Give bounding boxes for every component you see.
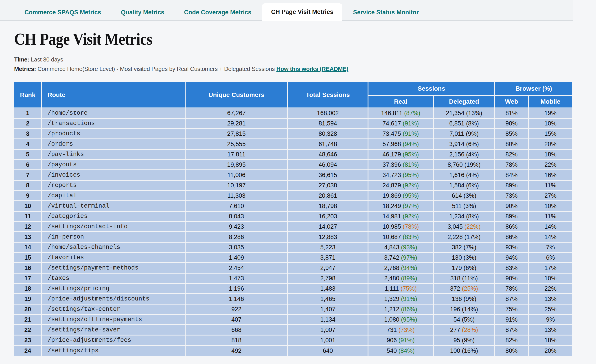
unique-customers-cell: 2,454: [185, 263, 288, 273]
real-pct: (91%): [403, 130, 419, 137]
web-pct-cell: 78%: [495, 283, 528, 294]
rank-cell: 5: [14, 149, 42, 160]
web-pct-cell: 82%: [495, 149, 528, 160]
total-sessions-cell: 5,223: [288, 242, 368, 253]
total-sessions-cell: 1,134: [288, 314, 368, 325]
web-pct-cell: 75%: [495, 304, 528, 314]
total-sessions-cell: 80,328: [288, 129, 368, 139]
delegated-sessions-cell: 1,234 (8%): [433, 211, 495, 222]
web-pct-cell: 80%: [495, 139, 528, 149]
rank-cell: 21: [14, 314, 42, 325]
unique-customers-cell: 27,815: [185, 129, 288, 139]
real-pct: (94%): [401, 265, 417, 271]
tab-code-coverage-metrics[interactable]: Code Coverage Metrics: [175, 4, 260, 21]
real-sessions-cell: 146,811 (87%): [368, 108, 433, 118]
mobile-pct-cell: 14%: [528, 222, 572, 232]
table-row: 11/categories8,04316,20314,981 (92%)1,23…: [14, 211, 572, 222]
real-sessions-cell: 74,617 (91%): [368, 118, 433, 129]
route-cell: /settings/offline-payments: [42, 314, 185, 325]
delegated-pct: (16%): [462, 347, 478, 354]
delegated-pct: (5%): [462, 316, 475, 323]
table-row: 1/home/store67,267168,002146,811 (87%)21…: [14, 108, 572, 118]
mobile-pct-cell: 10%: [528, 273, 572, 283]
colhead-mobile: Mobile: [528, 95, 572, 108]
table-row: 13/in-person8,28612,88310,687 (83%)2,228…: [14, 232, 572, 242]
delegated-sessions-cell: 100 (16%): [433, 345, 495, 356]
page-content: CH Page Visit Metrics Time: Last 30 days…: [0, 31, 596, 356]
web-pct-cell: 89%: [495, 211, 528, 222]
rank-cell: 3: [14, 129, 42, 139]
tab-service-status-monitor[interactable]: Service Status Monitor: [344, 4, 428, 21]
rank-cell: 17: [14, 273, 42, 283]
real-pct: (89%): [401, 275, 417, 282]
web-pct-cell: 83%: [495, 263, 528, 273]
table-row: 18/settings/pricing1,1961,4831,111 (75%)…: [14, 283, 572, 294]
delegated-pct: (6%): [466, 141, 479, 148]
mobile-pct-cell: 19%: [528, 108, 572, 118]
route-cell: /price-adjustments/fees: [42, 335, 185, 345]
real-sessions-cell: 19,869 (95%): [368, 191, 433, 201]
delegated-sessions-cell: 95 (9%): [433, 335, 495, 345]
table-row: 2/transactions29,28181,59474,617 (91%)6,…: [14, 118, 572, 129]
tab-commerce-spaqs-metrics[interactable]: Commerce SPAQS Metrics: [15, 4, 110, 21]
real-sessions-cell: 2,768 (94%): [368, 263, 433, 273]
rank-cell: 24: [14, 345, 42, 356]
delegated-sessions-cell: 8,760 (19%): [433, 160, 495, 170]
total-sessions-cell: 2,798: [288, 273, 368, 283]
mobile-pct-cell: 9%: [528, 314, 572, 325]
delegated-sessions-cell: 196 (14%): [433, 304, 495, 314]
delegated-sessions-cell: 277 (28%): [433, 325, 495, 335]
rank-cell: 10: [14, 201, 42, 211]
rank-cell: 18: [14, 283, 42, 294]
delegated-sessions-cell: 1,584 (6%): [433, 180, 495, 191]
delegated-sessions-cell: 1,616 (4%): [433, 170, 495, 180]
mobile-pct-cell: 7%: [528, 242, 572, 253]
real-pct: (81%): [403, 161, 419, 168]
real-sessions-cell: 1,212 (86%): [368, 304, 433, 314]
web-pct-cell: 86%: [495, 232, 528, 242]
rank-cell: 12: [14, 222, 42, 232]
metrics-label: Metrics:: [14, 66, 36, 72]
unique-customers-cell: 11,006: [185, 170, 288, 180]
metrics-value: Commerce Home(Store Level) - Most visite…: [37, 66, 275, 72]
colhead-delegated: Delegated: [433, 95, 495, 108]
route-cell: /favorites: [42, 253, 185, 263]
route-cell: /settings/pricing: [42, 283, 185, 294]
mobile-pct-cell: 14%: [528, 232, 572, 242]
rank-cell: 13: [14, 232, 42, 242]
real-sessions-cell: 14,981 (92%): [368, 211, 433, 222]
real-pct: (95%): [403, 151, 419, 158]
real-pct: (97%): [401, 254, 417, 261]
total-sessions-cell: 20,861: [288, 191, 368, 201]
table-row: 20/settings/tax-center9221,4071,212 (86%…: [14, 304, 572, 314]
web-pct-cell: 87%: [495, 294, 528, 304]
tab-ch-page-visit-metrics[interactable]: CH Page Visit Metrics: [262, 3, 342, 21]
colhead-unique-customers: Unique Customers: [185, 82, 288, 108]
rank-cell: 22: [14, 325, 42, 335]
delegated-pct: (3%): [464, 192, 477, 199]
delegated-sessions-cell: 382 (7%): [433, 242, 495, 253]
rank-cell: 6: [14, 160, 42, 170]
table-row: 21/settings/offline-payments4071,1341,08…: [14, 314, 572, 325]
mobile-pct-cell: 20%: [528, 345, 572, 356]
mobile-pct-cell: 10%: [528, 118, 572, 129]
mobile-pct-cell: 18%: [528, 335, 572, 345]
real-pct: (83%): [403, 234, 419, 240]
web-pct-cell: 73%: [495, 191, 528, 201]
total-sessions-cell: 1,007: [288, 325, 368, 335]
rank-cell: 23: [14, 335, 42, 345]
real-sessions-cell: 1,080 (95%): [368, 314, 433, 325]
metrics-line: Metrics: Commerce Home(Store Level) - Mo…: [14, 64, 582, 74]
tab-quality-metrics[interactable]: Quality Metrics: [112, 4, 173, 21]
route-cell: /virtual-terminal: [42, 201, 185, 211]
web-pct-cell: 86%: [495, 222, 528, 232]
real-sessions-cell: 37,396 (81%): [368, 160, 433, 170]
table-row: 4/orders25,55561,74857,968 (94%)3,914 (6…: [14, 139, 572, 149]
table-row: 16/settings/payment-methods2,4542,9472,7…: [14, 263, 572, 273]
unique-customers-cell: 1,196: [185, 283, 288, 294]
mobile-pct-cell: 18%: [528, 149, 572, 160]
real-sessions-cell: 46,179 (95%): [368, 149, 433, 160]
readme-link[interactable]: How this works (README): [276, 66, 348, 72]
route-cell: /transactions: [42, 118, 185, 129]
delegated-pct: (11%): [462, 275, 478, 282]
